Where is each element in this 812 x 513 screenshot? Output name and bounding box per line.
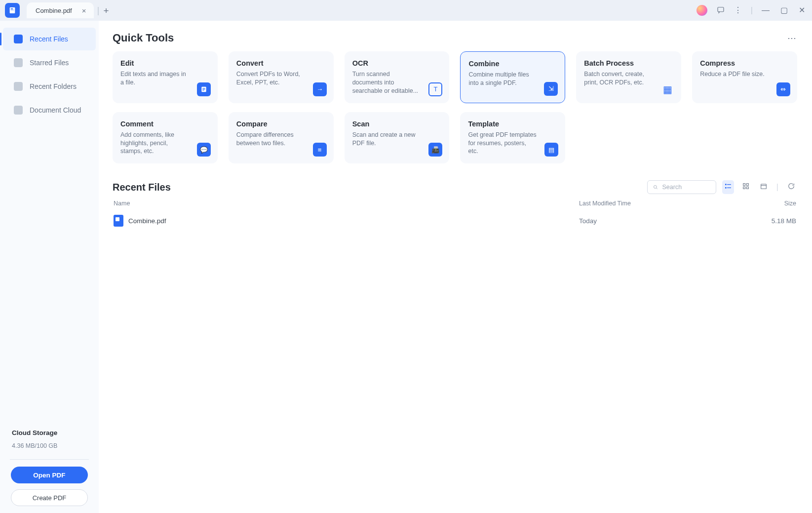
tool-desc: Get great PDF templates for resumes, pos… [468,131,537,156]
titlebar-separator: | [751,6,753,14]
divider [10,459,89,460]
tool-title: Combine [468,60,557,68]
tool-title: Template [468,120,557,128]
tool-card-scan[interactable]: Scan Scan and create a new PDF file. 📠 [345,112,450,164]
edit-icon [197,82,211,96]
comment-icon: 💬 [197,143,211,157]
search-input[interactable] [662,184,711,191]
main-content: Quick Tools ⋯ Edit Edit texts and images… [99,21,812,513]
svg-rect-12 [727,188,731,188]
star-icon [14,58,23,67]
svg-rect-17 [761,184,767,189]
sidebar-item-label: Recent Folders [30,82,77,90]
minimize-button[interactable]: — [762,6,770,14]
tool-title: Comment [120,120,210,128]
recent-files-title: Recent Files [113,182,171,193]
table-row[interactable]: Combine.pdf Today 5.18 MB [113,212,797,230]
scan-icon: 📠 [428,143,442,157]
tool-title: Edit [120,59,210,67]
list-view-icon[interactable] [722,180,734,194]
quick-tools-title: Quick Tools [113,32,174,44]
tool-desc: Reduce a PDF file size. [700,70,769,79]
tool-title: Batch Process [584,59,673,67]
tool-card-compress[interactable]: Compress Reduce a PDF file size. ⇔ [692,51,797,103]
sidebar-item-recent-files[interactable]: Recent Files [3,28,96,50]
tab[interactable]: Combine.pdf × [27,2,94,18]
convert-icon: → [313,82,327,96]
tool-card-comment[interactable]: Comment Add comments, like highlights, p… [113,112,218,164]
cloud-storage-title: Cloud Storage [12,429,87,436]
tab-separator: | [97,5,99,16]
tool-card-batch-process[interactable]: Batch Process Batch convert, create, pri… [576,51,681,103]
table-header: Name Last Modified Time Size [113,197,797,212]
tool-desc: Batch convert, create, print, OCR PDFs, … [584,70,653,87]
tool-card-edit[interactable]: Edit Edit texts and images in a file. [113,51,218,103]
recent-files-icon [14,35,23,43]
sidebar-item-label: Document Cloud [30,106,81,114]
column-header-name[interactable]: Name [114,200,579,207]
maximize-button[interactable]: ▢ [780,6,788,14]
sidebar-item-label: Starred Files [30,59,69,67]
svg-rect-5 [202,88,205,88]
tool-card-convert[interactable]: Convert Convert PDFs to Word, Excel, PPT… [229,51,334,103]
more-tools-icon[interactable]: ⋯ [787,33,797,43]
tool-card-ocr[interactable]: OCR Turn scanned documents into searchab… [345,51,450,103]
search-input-wrapper[interactable] [647,180,716,194]
column-header-size[interactable]: Size [707,200,796,207]
titlebar-actions: ⋮ | — ▢ ✕ [696,5,812,16]
svg-rect-3 [718,7,724,11]
file-size: 5.18 MB [707,217,796,225]
compress-icon: ⇔ [776,82,790,96]
file-modified: Today [579,217,707,225]
svg-rect-9 [725,184,727,186]
cloud-storage-section: Cloud Storage 4.36 MB/100 GB [0,429,99,453]
new-tab-button[interactable]: + [103,6,109,15]
svg-rect-15 [743,187,745,189]
open-pdf-button[interactable]: Open PDF [11,467,88,483]
tool-desc: Compare differences between two files. [236,131,306,148]
title-bar: Combine.pdf × | + ⋮ | — ▢ ✕ [0,0,812,21]
svg-rect-2 [11,10,14,10]
create-pdf-button[interactable]: Create PDF [11,489,88,506]
account-avatar-icon[interactable] [696,5,707,16]
tool-card-combine[interactable]: Combine Combine multiple files into a si… [460,51,565,103]
tool-desc: Edit texts and images in a file. [120,70,190,87]
sidebar-item-document-cloud[interactable]: Document Cloud [3,99,96,121]
compare-icon: ≡ [313,143,327,157]
file-name: Combine.pdf [128,217,166,225]
ocr-icon: T [428,82,442,96]
close-window-button[interactable]: ✕ [799,6,805,14]
svg-rect-10 [727,184,731,185]
folder-icon [14,82,23,91]
grid-view-icon[interactable] [740,180,752,194]
kebab-menu-icon[interactable]: ⋮ [734,6,742,14]
chat-icon[interactable] [716,5,725,16]
tool-card-template[interactable]: Template Get great PDF templates for res… [460,112,565,164]
tool-title: Convert [236,59,326,67]
tool-title: OCR [352,59,442,67]
sidebar-item-starred-files[interactable]: Starred Files [3,51,96,74]
svg-rect-1 [11,8,13,9]
column-header-modified[interactable]: Last Modified Time [579,200,707,207]
tool-card-compare[interactable]: Compare Compare differences between two … [229,112,334,164]
tool-desc: Turn scanned documents into searchable o… [352,70,422,95]
tool-desc: Add comments, like highlights, pencil, s… [120,131,190,156]
svg-point-8 [654,186,657,189]
svg-rect-11 [725,187,727,189]
calendar-view-icon[interactable] [758,180,770,194]
tool-desc: Scan and create a new PDF file. [352,131,422,148]
cloud-icon [14,106,23,115]
svg-rect-14 [746,184,748,186]
tool-title: Compress [700,59,789,67]
sidebar-item-recent-folders[interactable]: Recent Folders [3,75,96,98]
svg-rect-7 [202,90,204,90]
close-tab-icon[interactable]: × [81,7,87,14]
sidebar-item-label: Recent Files [30,35,68,43]
tool-desc: Combine multiple files into a single PDF… [468,71,538,87]
tool-desc: Convert PDFs to Word, Excel, PPT, etc. [236,70,306,87]
refresh-icon[interactable] [785,180,797,194]
svg-rect-16 [746,187,748,189]
tool-title: Compare [236,120,326,128]
sidebar: Recent Files Starred Files Recent Folder… [0,21,99,513]
svg-rect-6 [202,89,205,89]
